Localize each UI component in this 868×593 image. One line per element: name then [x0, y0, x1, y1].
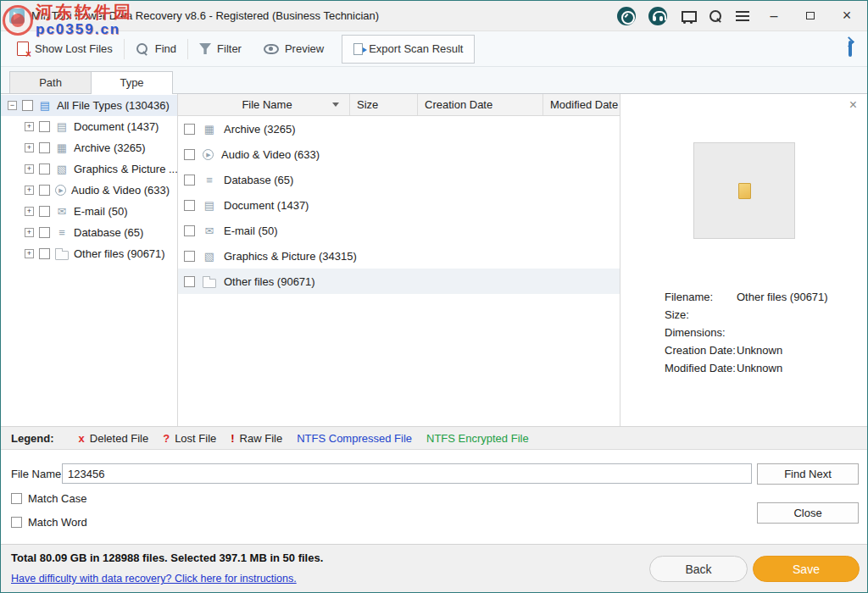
match-word-checkbox[interactable] — [11, 517, 22, 528]
search-zoom-icon[interactable] — [708, 8, 723, 24]
save-button[interactable]: Save — [753, 556, 860, 582]
list-row-document[interactable]: Document (1437) — [178, 192, 620, 218]
checkbox[interactable] — [39, 227, 50, 238]
expand-icon[interactable] — [25, 164, 34, 174]
close-button-find[interactable]: Close — [757, 502, 859, 524]
tab-type[interactable]: Type — [91, 71, 173, 94]
toolbar: Show Lost Files Find Filter Preview Expo… — [1, 31, 867, 67]
find-button[interactable]: Find — [125, 31, 187, 66]
tree-item-label: Document (1437) — [74, 120, 159, 133]
checkbox[interactable] — [184, 225, 195, 236]
minimize-button[interactable] — [762, 6, 786, 26]
speed-gauge-icon[interactable] — [617, 7, 636, 25]
checkbox[interactable] — [39, 121, 50, 132]
file-thumbnail-icon — [738, 183, 751, 199]
archive-icon — [55, 141, 69, 154]
content-area: All File Types (130436) Document (1437) … — [1, 94, 867, 426]
tree-item-document[interactable]: Document (1437) — [1, 116, 177, 137]
column-label: Creation Date — [425, 98, 492, 111]
tree-item-label: Audio & Video (633) — [71, 184, 170, 197]
list-row-other-files[interactable]: Other files (90671) — [178, 269, 620, 294]
checkbox[interactable] — [39, 163, 50, 175]
file-name: Other files (90671) — [224, 275, 315, 288]
checkbox[interactable] — [39, 142, 50, 153]
document-icon — [203, 199, 216, 212]
status-bar: Total 80.09 GB in 128988 files. Selected… — [1, 544, 867, 593]
checkbox[interactable] — [39, 185, 50, 196]
checkbox[interactable] — [184, 124, 195, 135]
file-name: Audio & Video (633) — [221, 148, 320, 161]
checkbox[interactable] — [184, 175, 195, 186]
export-scan-result-button[interactable]: Export Scan Result — [342, 35, 475, 64]
find-label: Find — [155, 42, 176, 55]
legend-ntfs-compressed: NTFS Compressed File — [297, 432, 412, 445]
expand-icon[interactable] — [25, 122, 34, 131]
file-name-input[interactable] — [62, 463, 752, 484]
checkbox[interactable] — [184, 200, 195, 211]
match-word-option[interactable]: Match Word — [11, 516, 87, 529]
file-list: File Name Size Creation Date Modified Da… — [178, 94, 620, 426]
preview-close-icon[interactable] — [849, 98, 857, 112]
title-bar: MiniTool Power Data Recovery v8.6 - Regi… — [1, 1, 867, 31]
maximize-button[interactable] — [798, 6, 822, 26]
list-row-archive[interactable]: Archive (3265) — [178, 116, 620, 141]
tree-item-other-files[interactable]: Other files (90671) — [1, 243, 177, 264]
magnifier-icon — [136, 42, 149, 56]
expand-icon[interactable] — [25, 249, 34, 258]
picture-icon — [55, 163, 69, 175]
file-name-label: File Name: — [11, 468, 64, 480]
checkbox[interactable] — [22, 100, 33, 111]
tree-item-all-file-types[interactable]: All File Types (130436) — [1, 95, 177, 116]
checkbox[interactable] — [184, 149, 195, 160]
detail-creation-date: Creation Date: Unknown — [665, 341, 862, 359]
column-label: Size — [357, 98, 378, 111]
detail-dimensions: Dimensions: — [665, 324, 862, 341]
close-button[interactable] — [835, 6, 859, 26]
expand-icon[interactable] — [25, 186, 34, 195]
show-lost-files-button[interactable]: Show Lost Files — [6, 31, 124, 66]
preview-button[interactable]: Preview — [253, 31, 335, 66]
menu-icon[interactable] — [736, 11, 749, 21]
expand-icon[interactable] — [25, 228, 34, 237]
share-export-button[interactable] — [849, 42, 852, 55]
tree-item-label: Other files (90671) — [74, 247, 165, 260]
tree-item-graphics-picture[interactable]: Graphics & Picture ... — [1, 158, 177, 180]
file-name: Archive (3265) — [224, 123, 296, 136]
checkbox[interactable] — [39, 248, 50, 259]
tree-item-audio-video[interactable]: Audio & Video (633) — [1, 180, 177, 201]
column-file-name[interactable]: File Name — [178, 94, 350, 115]
help-link[interactable]: Have difficulty with data recovery? Clic… — [11, 573, 297, 585]
checkbox[interactable] — [184, 251, 195, 262]
expand-icon[interactable] — [25, 207, 34, 216]
list-row-database[interactable]: Database (65) — [178, 167, 620, 192]
column-size[interactable]: Size — [350, 94, 418, 115]
back-button[interactable]: Back — [649, 556, 748, 582]
tree-item-email[interactable]: E-mail (50) — [1, 201, 177, 222]
list-row-audio-video[interactable]: Audio & Video (633) — [178, 141, 620, 167]
collapse-icon[interactable] — [8, 101, 17, 110]
match-case-option[interactable]: Match Case — [11, 492, 86, 505]
list-row-graphics-picture[interactable]: Graphics & Picture (34315) — [178, 243, 620, 269]
tree-item-archive[interactable]: Archive (3265) — [1, 137, 177, 158]
expand-icon[interactable] — [25, 143, 34, 152]
raw-mark: ! — [231, 432, 234, 445]
tree-item-label: All File Types (130436) — [57, 99, 170, 112]
column-creation-date[interactable]: Creation Date — [418, 94, 543, 115]
email-icon — [203, 224, 216, 237]
export-scan-result-label: Export Scan Result — [369, 42, 463, 55]
match-case-checkbox[interactable] — [11, 493, 22, 504]
support-headset-icon[interactable] — [648, 7, 667, 25]
filter-funnel-icon — [199, 43, 211, 54]
list-row-email[interactable]: E-mail (50) — [178, 218, 620, 243]
tab-path[interactable]: Path — [9, 71, 92, 93]
checkbox[interactable] — [184, 276, 195, 287]
find-panel: File Name: Find Next Match Case Close Ma… — [1, 450, 867, 544]
checkbox[interactable] — [39, 206, 50, 217]
column-modified-date[interactable]: Modified Date — [543, 94, 620, 115]
tree-item-database[interactable]: Database (65) — [1, 222, 177, 243]
find-next-button[interactable]: Find Next — [757, 463, 859, 485]
audio-video-icon — [55, 185, 66, 196]
export-sheet-icon — [353, 43, 363, 55]
cart-icon[interactable] — [680, 8, 695, 24]
filter-button[interactable]: Filter — [188, 31, 253, 66]
